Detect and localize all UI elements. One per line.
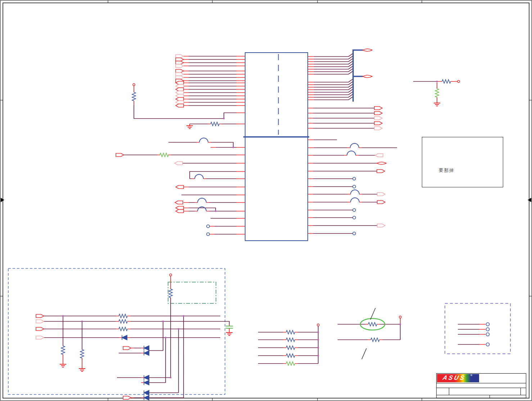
clamp-diode (144, 396, 149, 400)
lower-right-pins (308, 140, 397, 235)
title-block-cell (449, 388, 521, 395)
input-arrow (176, 58, 184, 61)
left-pull-network (132, 84, 245, 129)
output-arrow (374, 122, 382, 125)
ground-symbol (434, 101, 440, 106)
array-resistor (286, 338, 295, 342)
output-arrow (176, 85, 184, 88)
series-resistor (119, 327, 127, 331)
sheet-border (0, 0, 532, 401)
dashed-region-outline (8, 268, 225, 395)
registered-trademark-icon: ® (470, 374, 473, 377)
asus-logo-text: ASUS (442, 374, 466, 382)
series-diode (122, 335, 127, 340)
note-box: 要那掉 (422, 137, 503, 187)
ferrite-bead (351, 198, 359, 202)
title-block-cell (521, 388, 526, 395)
series-resistor-green (160, 153, 168, 157)
series-resistor (211, 122, 219, 126)
input-arrow (36, 315, 44, 318)
no-connect-circle (353, 177, 356, 180)
ground-symbol (79, 367, 85, 371)
schematic-canvas (0, 0, 532, 401)
no-connect-circle (207, 233, 209, 236)
output-arrow (374, 112, 382, 115)
output-arrow (377, 170, 385, 173)
array-resistor (286, 330, 295, 334)
output-arrow (176, 186, 184, 189)
power-terminal (399, 316, 401, 318)
ferrite-bead (350, 143, 359, 148)
dashed-region-outline (445, 303, 510, 354)
output-arrow (176, 88, 184, 91)
nc-stub-box (445, 303, 510, 354)
protection-region (8, 268, 233, 400)
output-arrow (377, 224, 385, 227)
termination-resistor (371, 338, 379, 342)
input-arrow (176, 70, 184, 73)
input-arrow (116, 153, 124, 157)
bus-group-1 (308, 49, 372, 76)
no-connect-circle (486, 343, 490, 346)
input-arrow (176, 55, 184, 58)
output-arrow (377, 193, 385, 196)
series-resistor (119, 314, 127, 318)
no-connect-circle (486, 333, 490, 336)
right-center-mark (528, 198, 531, 202)
input-arrow (176, 64, 184, 68)
array-resistor (286, 354, 295, 357)
input-arrow (176, 76, 184, 79)
power-terminal (170, 274, 172, 276)
ferrite-bead (347, 151, 356, 155)
lower-left-pins (116, 138, 245, 236)
series-resistor (119, 320, 127, 323)
ground-symbol (226, 331, 233, 335)
pulldown-resistor (80, 349, 84, 358)
output-arrow (175, 162, 182, 165)
output-arrow (377, 201, 385, 204)
title-block-cell (490, 395, 526, 398)
ferrite-bead (198, 207, 206, 211)
output-arrow (176, 101, 184, 104)
input-arrow (176, 73, 184, 76)
no-connect-circle (207, 225, 209, 228)
bus-group-2 (308, 75, 372, 102)
output-arrow (374, 107, 382, 110)
title-block-row-4 (437, 395, 526, 398)
schematic-sheet: 要那掉 ASUS ® (0, 0, 532, 401)
title-block-cell (437, 395, 490, 398)
bidir-terminal (377, 162, 386, 165)
bus-terminal (363, 49, 372, 52)
highlighted-resistor-pair (338, 308, 401, 359)
title-block: ASUS ® (436, 373, 526, 398)
ferrite-bead (199, 138, 208, 142)
no-connect-circle (486, 323, 490, 326)
resistor-array (258, 324, 319, 365)
input-arrow (123, 347, 131, 350)
ferrite-bead (198, 198, 206, 202)
ferrite-bead (351, 190, 359, 194)
pulldown-resistor-green (435, 89, 439, 97)
array-resistor-green (286, 362, 295, 365)
note-text: 要那掉 (439, 168, 455, 174)
power-terminal (133, 84, 135, 86)
pull-resistor (132, 92, 136, 101)
output-arrow (176, 104, 184, 107)
annotation-slash (370, 308, 375, 320)
green-note-outline (168, 282, 216, 303)
no-connect-circle (353, 232, 356, 235)
asus-logo: ASUS ® (437, 374, 479, 382)
input-arrow (123, 396, 131, 400)
title-block-row-3 (437, 388, 526, 395)
output-arrow (176, 94, 184, 98)
series-resistor (442, 80, 451, 83)
main-ic-upper-block (243, 53, 309, 137)
output-arrow (375, 154, 383, 157)
main-ic-lower-block (245, 137, 308, 241)
ferrite-bead (195, 174, 203, 179)
output-arrow (176, 206, 184, 210)
output-arrow (374, 117, 382, 120)
input-arrow (36, 328, 44, 331)
output-arrow (176, 91, 184, 94)
bus-terminal (363, 75, 372, 78)
